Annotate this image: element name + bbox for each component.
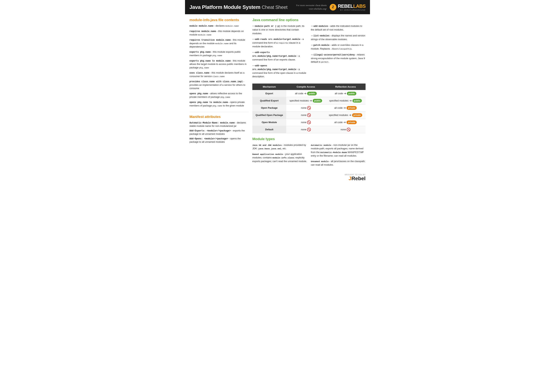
arrow-badge-opkg-reflect: all code ➔ private [334, 106, 357, 110]
table-cell-qexport-reflect: specified modules ➔ public [325, 97, 365, 104]
main-content: module-info.java file contents module mo… [185, 14, 370, 172]
jrebel-j: J [349, 176, 351, 181]
cmd-two-col: --module-path or (-p) is the module path… [252, 24, 365, 81]
cmd-section: Java command line options --module-path … [252, 18, 365, 81]
mt-item-4: Unnamed module - all jars/classes on the… [311, 159, 365, 167]
no-badge-omod-compile: none [301, 121, 311, 124]
table-cell-omod-reflect: all code ➔ private [325, 119, 365, 126]
mi-item-1: module module.name - declares module.nam… [190, 24, 249, 28]
cmd-code-2: --add-reads src.module=target.module [252, 38, 300, 41]
mi-inline-2: module.name [198, 34, 212, 36]
header-title: Java Platform Module System Cheat Sheet [190, 4, 287, 10]
cmd-code-3: --add-exports src.module/pkg.name=target… [252, 51, 296, 57]
manifest-item-1: Automatic-Module-Name: module.name - dec… [190, 121, 249, 128]
mt-code-1b: java.base [258, 148, 270, 150]
mt-code-1: Java SE and JDK modules [252, 144, 282, 146]
table-cell-opkg-reflect: all code ➔ private [325, 104, 365, 111]
manifest-code-3: Add-Opens: <module>/<package> [190, 137, 228, 140]
arrow-badge-qopkg-reflect: specified modules ➔ private [329, 113, 362, 117]
brought-by: BROUGHT TO YOU BY [345, 174, 365, 176]
mt-code-2b: module-info.class [272, 157, 294, 159]
logo-icon: Z [330, 4, 336, 11]
table-cell-omod-compile: none [286, 119, 325, 126]
table-cell-export-compile: all code ➔ public [286, 90, 325, 97]
title-bold: Java Platform Module System [190, 4, 260, 10]
module-types-two-col: Java SE and JDK modules - modules provid… [252, 143, 365, 169]
right-column: Java command line options --module-path … [252, 18, 365, 169]
table-cell-default-mechanism: Default [252, 126, 286, 133]
jrebel-rebel: Rebel [351, 176, 365, 181]
cmd-code-6: --list-modules [311, 35, 329, 37]
manifest-item-3: Add-Opens: <module>/<package> - opens th… [190, 137, 249, 144]
mi-code-8: opens pkg.name [190, 93, 208, 95]
mt-item-3: Automatic module - non-modular jar on th… [311, 143, 365, 158]
table-row-qualified-export: Qualified Export specified modules ➔ pub… [252, 97, 365, 104]
table-header-compile: Compile Access [286, 84, 325, 90]
no-circle-default-compile [307, 128, 311, 131]
no-circle-qopkg-compile [307, 113, 311, 117]
no-badge-qopkg-compile: none [301, 113, 311, 117]
cmd-item-4: --add-opens src.module/pkg.name=target.m… [252, 64, 307, 78]
manifest-code-1: Automatic-Module-Name: module.name [190, 122, 235, 124]
arrow-badge-export-reflect: all code ➔ public [335, 92, 356, 95]
module-types-right-col: Automatic module - non-modular jar on th… [311, 143, 365, 169]
cmd-item-5: --add-modules - adds the indicated modul… [311, 24, 365, 32]
mi-inline-3: module.name [215, 43, 229, 45]
table-cell-qopkg-reflect: specified modules ➔ private [325, 111, 365, 119]
mt-item-1: Java SE and JDK modules - modules provid… [252, 143, 307, 150]
mi-inline-8: pkg.name [220, 96, 230, 98]
cmd-item-2: --add-reads src.module=target.module - a… [252, 37, 307, 48]
table-cell-qexport-compile: specified modules ➔ public [286, 97, 325, 104]
cmd-code-8: --illegal-access=permit|warn|deny [311, 54, 355, 56]
cmd-left-col: --module-path or (-p) is the module path… [252, 24, 307, 81]
module-types-title: Module types [252, 137, 365, 141]
no-circle-opkg-compile [307, 106, 311, 110]
no-badge-default-reflect: none [341, 128, 351, 131]
jrebel-logo: JRebel [349, 176, 365, 181]
module-types-section: Module types Java SE and JDK modules - m… [252, 137, 365, 169]
mi-code-7: provides class.name with class.name.impl [190, 80, 243, 83]
table-row-open-package: Open Package none all code ➔ private [252, 104, 365, 111]
handwriting-text: For more awesome cheat sheetsvisit rebel… [296, 4, 327, 10]
title-light: Cheat Sheet [262, 4, 287, 10]
table-cell-opkg-compile: none [286, 104, 325, 111]
mi-item-9: opens pkg.name to module.name - opens pr… [190, 100, 249, 107]
cmd-code-4: --add-opens src.module/pkg.name=target.m… [252, 64, 296, 71]
mi-item-2: requires module.name - this module depen… [190, 29, 249, 36]
access-table: Mechanism Compile Access Reflection Acce… [252, 84, 365, 133]
logo-sub: by ZEROTURNAROUND [340, 9, 365, 11]
mi-inline-9: pkg.name [212, 105, 222, 107]
manifest-section: Manifest attributes Automatic-Module-Nam… [190, 115, 249, 144]
mi-item-7: provides class.name with class.name.impl… [190, 80, 249, 90]
header-right: For more awesome cheat sheetsvisit rebel… [296, 3, 365, 11]
table-row-open-module: Open Module none all code ➔ private [252, 119, 365, 126]
table-row-qualified-open-package: Qualified Open Package none specified mo… [252, 111, 365, 119]
page-footer: BROUGHT TO YOU BY JRebel [185, 172, 370, 184]
mi-code-1: module module.name [190, 25, 213, 27]
mi-code-2: requires module.name [190, 30, 216, 33]
mi-item-4: exports pkg.name - this module exports p… [190, 50, 249, 57]
cmd-item-1: --module-path or (-p) is the module path… [252, 24, 307, 35]
cmd-code-7: --patch-module [311, 44, 329, 47]
manifest-code-2: Add-Exports: <module>/<package> [190, 129, 231, 132]
mi-inline-6: class.name [212, 75, 225, 78]
no-badge-default-compile: none [301, 128, 311, 131]
table-cell-export-mechanism: Export [252, 90, 286, 97]
mt-code-3: Automatic module [311, 144, 331, 146]
table-row-export: Export all code ➔ public all code ➔ publ… [252, 90, 365, 97]
mi-inline-5: pkg.name [199, 67, 209, 69]
table-cell-default-reflect: none [325, 126, 365, 133]
table-cell-omod-mechanism: Open Module [252, 119, 286, 126]
mi-code-4: exports pkg.name [190, 51, 211, 53]
manifest-title: Manifest attributes [190, 115, 249, 119]
mi-inline-1: module.name [225, 25, 239, 27]
table-header-mechanism: Mechanism [252, 84, 286, 90]
cmd-item-3: --add-exports src.module/pkg.name=target… [252, 50, 307, 62]
mi-item-6: uses class.name - this module declares i… [190, 71, 249, 78]
table-header-reflect: Reflection Access [325, 84, 365, 90]
cmd-item-7: --patch-module - adds or overrides class… [311, 43, 365, 51]
arrow-badge-qexport-compile: specified modules ➔ public [290, 99, 322, 103]
mt-item-2: Named application module - your applicat… [252, 152, 307, 163]
cmd-right-col: --add-modules - adds the indicated modul… [311, 24, 365, 81]
mt-code-1c: java.xml [271, 148, 281, 150]
